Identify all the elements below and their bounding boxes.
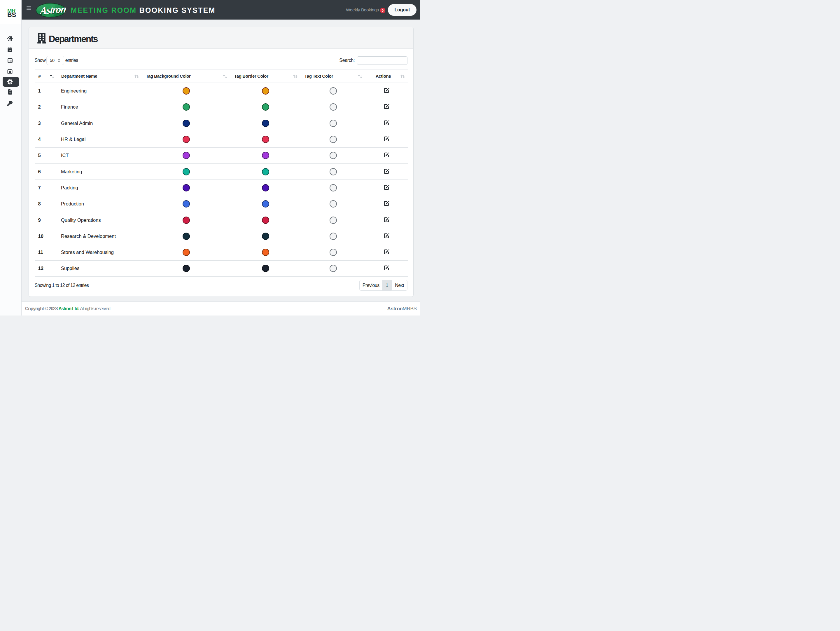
svg-text:Astron: Astron xyxy=(39,3,66,16)
